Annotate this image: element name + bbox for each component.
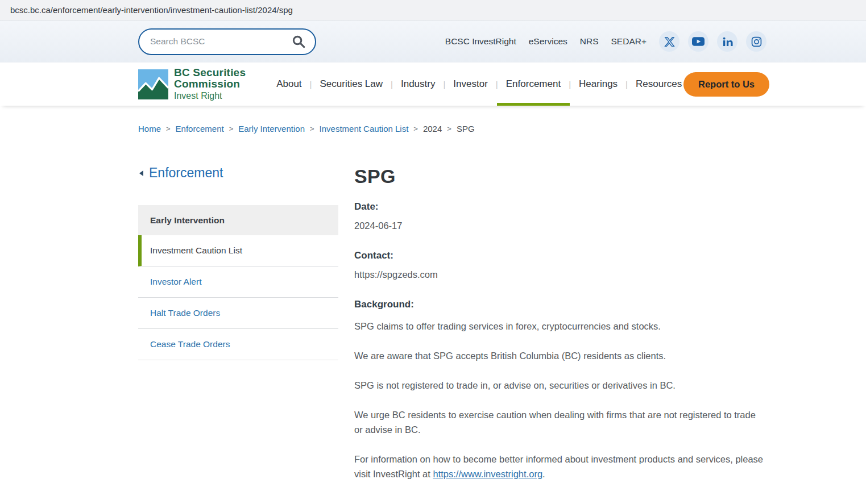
social-links	[659, 31, 766, 52]
sidebar-item-cease-trade-orders[interactable]: Cease Trade Orders	[138, 329, 338, 360]
background-paragraph: We are aware that SPG accepts British Co…	[354, 348, 766, 363]
sidebar-item-investor-alert[interactable]: Investor Alert	[138, 266, 338, 298]
linkedin-icon[interactable]	[717, 31, 737, 52]
breadcrumb-separator: >	[229, 124, 234, 133]
search-button[interactable]	[292, 35, 315, 49]
report-to-us-button[interactable]: Report to Us	[683, 72, 769, 97]
breadcrumb-early-intervention[interactable]: Early Intervention	[238, 124, 305, 134]
closing-text-suffix: .	[542, 469, 545, 479]
search-input[interactable]	[139, 36, 292, 47]
nav-industry[interactable]: Industry	[401, 63, 435, 106]
nav-enforcement[interactable]: Enforcement	[506, 63, 561, 106]
link-bcsc-investright[interactable]: BCSC InvestRight	[445, 36, 516, 47]
sidebar-title-enforcement[interactable]: Enforcement	[138, 165, 338, 181]
sidebar-menu: Early Intervention Investment Caution Li…	[138, 205, 338, 360]
breadcrumb-home[interactable]: Home	[138, 124, 161, 134]
sidebar: Enforcement Early Intervention Investmen…	[138, 165, 338, 481]
main-article: SPG Date: 2024-06-17 Contact: https://sp…	[354, 165, 766, 481]
breadcrumb-separator: >	[413, 124, 418, 133]
breadcrumb-separator: >	[447, 124, 451, 133]
breadcrumb-enforcement[interactable]: Enforcement	[176, 124, 224, 134]
nav-separator: |	[496, 80, 498, 89]
logo-text: BC Securities Commission Invest Right	[174, 67, 246, 101]
link-sedar[interactable]: SEDAR+	[611, 36, 647, 47]
nav-about[interactable]: About	[276, 63, 301, 106]
logo-line-1: BC Securities	[174, 67, 246, 78]
nav-securities-law[interactable]: Securities Law	[320, 63, 383, 106]
link-eservices[interactable]: eServices	[529, 36, 567, 47]
bcsc-logo-icon	[138, 69, 168, 99]
browser-address-bar[interactable]: bcsc.bc.ca/enforcement/early-interventio…	[0, 0, 866, 20]
date-value: 2024-06-17	[354, 220, 766, 231]
investright-link[interactable]: https://www.investright.org	[433, 469, 542, 479]
sidebar-title-label: Enforcement	[149, 165, 223, 181]
logo-tagline: Invest Right	[174, 91, 246, 101]
nav-hearings[interactable]: Hearings	[579, 63, 618, 106]
site-search	[138, 28, 316, 55]
background-label: Background:	[354, 299, 766, 310]
site-header: BC Securities Commission Invest Right Ab…	[0, 63, 866, 106]
contact-value: https://spgzeds.com	[354, 269, 766, 280]
background-paragraph: We urge BC residents to exercise caution…	[354, 407, 766, 437]
bcsc-logo[interactable]: BC Securities Commission Invest Right	[138, 63, 246, 106]
nav-resources[interactable]: Resources	[636, 63, 682, 106]
logo-line-2: Commission	[174, 78, 246, 90]
nav-separator: |	[569, 80, 571, 89]
background-paragraph: SPG claims to offer trading services in …	[354, 319, 766, 334]
main-navigation: About | Securities Law | Industry | Inve…	[276, 63, 682, 106]
page-content: Enforcement Early Intervention Investmen…	[0, 134, 866, 504]
nav-separator: |	[625, 80, 628, 89]
page-title: SPG	[354, 165, 766, 188]
x-twitter-icon[interactable]	[659, 31, 679, 52]
nav-separator: |	[443, 80, 445, 89]
sidebar-item-investment-caution-list[interactable]: Investment Caution List	[138, 235, 338, 266]
utility-links: BCSC InvestRight eServices NRS SEDAR+	[445, 36, 647, 47]
link-nrs[interactable]: NRS	[580, 36, 599, 47]
page-url: bcsc.bc.ca/enforcement/early-interventio…	[10, 5, 293, 15]
utility-right: BCSC InvestRight eServices NRS SEDAR+	[445, 31, 766, 52]
nav-separator: |	[391, 80, 393, 89]
background-paragraph: SPG is not registered to trade in, or ad…	[354, 378, 766, 393]
closing-paragraph: For information on how to become better …	[354, 452, 766, 481]
date-label: Date:	[354, 201, 766, 213]
breadcrumb: Home > Enforcement > Early Intervention …	[0, 106, 866, 134]
nav-separator: |	[310, 80, 312, 89]
closing-text-prefix: For information on how to become better …	[354, 454, 763, 479]
breadcrumb-separator: >	[310, 124, 314, 133]
nav-investor[interactable]: Investor	[453, 63, 487, 106]
youtube-icon[interactable]	[688, 31, 708, 52]
contact-label: Contact:	[354, 250, 766, 261]
utility-bar: BCSC InvestRight eServices NRS SEDAR+	[0, 20, 866, 63]
sidebar-item-halt-trade-orders[interactable]: Halt Trade Orders	[138, 298, 338, 329]
instagram-icon[interactable]	[746, 31, 766, 52]
sidebar-item-early-intervention[interactable]: Early Intervention	[138, 205, 338, 235]
breadcrumb-spg: SPG	[457, 124, 475, 134]
breadcrumb-separator: >	[166, 124, 171, 133]
search-icon	[292, 35, 306, 49]
breadcrumb-investment-caution-list[interactable]: Investment Caution List	[320, 124, 409, 134]
chevron-left-icon	[139, 170, 143, 176]
breadcrumb-2024: 2024	[423, 124, 442, 134]
